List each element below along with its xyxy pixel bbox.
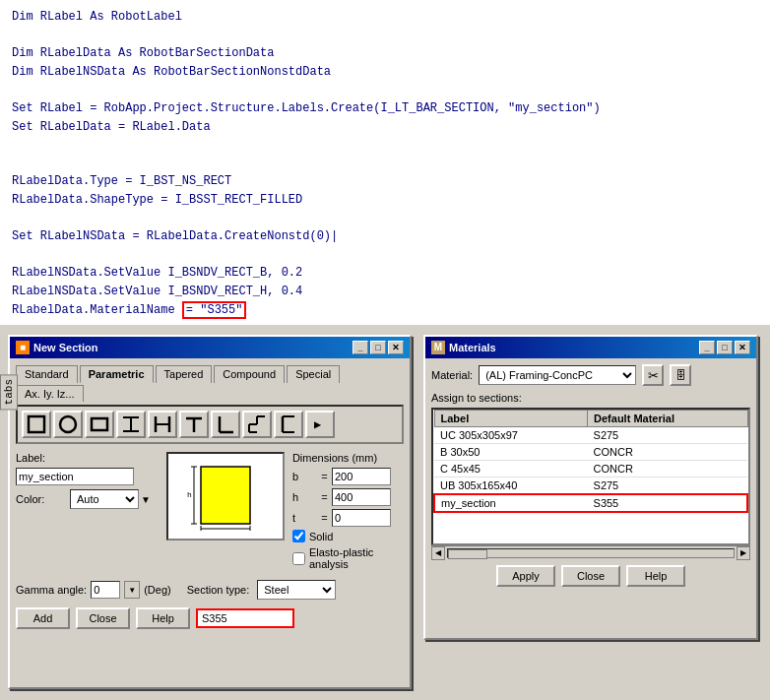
apply-button[interactable]: Apply (496, 565, 555, 587)
database-button[interactable]: 🗄 (670, 364, 691, 386)
materials-buttons: Apply Close Help (431, 565, 750, 587)
scroll-left-arrow[interactable]: ◀ (431, 546, 445, 560)
table-row[interactable]: C 45x45 CONCR (434, 461, 747, 477)
gamma-label: Gamma angle: (16, 584, 87, 596)
tab-special[interactable]: Special (287, 365, 340, 383)
new-section-window: ■ New Section _ □ ✕ Standard Parametric … (8, 335, 412, 689)
code-line-7: Set RLabelData = RLabel.Data (12, 118, 758, 137)
color-dropdown-arrow[interactable]: ▼ (141, 494, 151, 505)
section-label-input[interactable] (16, 468, 134, 485)
row-5-material: S355 (588, 494, 747, 512)
code-line-3: Dim RLabelData As RobotBarSectionData (12, 44, 758, 63)
materials-title: Materials (449, 342, 496, 353)
color-select[interactable]: Auto (70, 489, 139, 509)
mat-help-btn[interactable]: Help (626, 565, 685, 587)
tab-parametric[interactable]: Parametric (80, 365, 154, 383)
tab-standard[interactable]: Standard (16, 365, 78, 383)
material-selector-row: Material: (AL) Framing-ConcPC ✂ 🗄 (431, 364, 750, 386)
add-button[interactable]: Add (16, 607, 70, 629)
label-row: Label: (16, 452, 151, 464)
dim-t-input[interactable] (332, 509, 391, 527)
shape-square-hollow[interactable] (22, 411, 51, 438)
new-section-content: Standard Parametric Tapered Compound Spe… (10, 358, 410, 635)
mat-close-btn[interactable]: Close (561, 565, 620, 587)
tab-tapered[interactable]: Tapered (156, 365, 213, 383)
code-line-10: RLabelData.Type = I_BST_NS_RECT (12, 172, 758, 191)
shape-z-beam[interactable] (242, 411, 272, 438)
code-line-5 (12, 81, 758, 99)
scissors-button[interactable]: ✂ (642, 364, 664, 386)
scrollbar-thumb[interactable] (448, 549, 487, 559)
dims-title: Dimensions (mm) (292, 452, 404, 464)
dims-panel: Dimensions (mm) b = h = t = (292, 452, 404, 574)
shape-h-beam[interactable] (148, 411, 177, 438)
solid-row: Solid (292, 530, 404, 542)
scroll-right-arrow[interactable]: ▶ (737, 546, 750, 560)
dim-h-input[interactable] (332, 488, 391, 506)
dim-h-row: h = (292, 488, 404, 506)
materials-icon: M (431, 341, 445, 354)
dim-t-label: t (292, 512, 317, 524)
dim-b-input[interactable] (332, 468, 391, 485)
close-button[interactable]: ✕ (388, 341, 404, 354)
code-line-14 (12, 246, 758, 265)
side-tab[interactable]: tabs (0, 374, 18, 410)
code-line-13: Set RLabelNSData = RLabelData.CreateNons… (12, 227, 758, 246)
close-ns-button[interactable]: Close (76, 607, 130, 629)
scrollbar-track[interactable] (447, 548, 735, 558)
shape-circle-hollow[interactable] (53, 411, 83, 438)
col-label-header: Label (434, 411, 588, 427)
assign-label: Assign to sections: (431, 392, 750, 404)
tab-ax-iy-iz[interactable]: Ax. Iy. Iz... (16, 385, 84, 402)
svg-text:▶: ▶ (314, 418, 322, 432)
row-1-material: S275 (588, 427, 747, 444)
my-section-row[interactable]: my_section S355 (434, 494, 747, 512)
row-3-label: C 45x45 (434, 461, 588, 477)
maximize-button[interactable]: □ (370, 341, 386, 354)
code-line-2 (12, 27, 758, 45)
new-section-title: New Section (33, 342, 97, 353)
shape-i-beam[interactable] (116, 411, 146, 438)
color-row: Color: Auto ▼ (16, 489, 151, 509)
col-material-header: Default Material (588, 411, 747, 427)
mat-minimize-button[interactable]: _ (699, 341, 715, 354)
svg-text:h: h (187, 490, 192, 499)
shape-toolbar: ▶ (16, 405, 404, 444)
shape-l-beam[interactable] (211, 411, 240, 438)
minimize-button[interactable]: _ (353, 341, 368, 354)
row-2-material: CONCR (588, 444, 747, 461)
solid-checkbox[interactable] (292, 530, 305, 542)
shape-channel[interactable] (274, 411, 303, 438)
code-line-17: RLabelData.MaterialName = "S355" (12, 301, 758, 320)
table-row[interactable]: UB 305x165x40 S275 (434, 477, 747, 495)
shape-more-button[interactable]: ▶ (305, 411, 335, 438)
table-row[interactable]: UC 305x305x97 S275 (434, 427, 747, 444)
shape-rect-hollow[interactable] (85, 411, 114, 438)
gamma-input[interactable] (91, 581, 120, 599)
code-line-15: RLabelNSData.SetValue I_BSNDV_RECT_B, 0.… (12, 264, 758, 283)
svg-point-1 (60, 416, 76, 432)
mat-maximize-button[interactable]: □ (717, 341, 733, 354)
materials-table: Label Default Material UC 305x305x97 S27… (433, 410, 748, 513)
table-row[interactable]: B 30x50 CONCR (434, 444, 747, 461)
elasto-checkbox[interactable] (292, 552, 305, 565)
gamma-dropdown[interactable]: ▼ (124, 581, 140, 599)
material-select[interactable]: (AL) Framing-ConcPC (479, 365, 636, 385)
horizontal-scrollbar[interactable]: ◀ ▶ (431, 545, 750, 559)
row-1-label: UC 305x305x97 (434, 427, 588, 444)
dim-t-row: t = (292, 509, 404, 527)
section-type-select[interactable]: Steel (257, 580, 336, 600)
code-line-18 (12, 319, 758, 325)
materials-titlebar: M Materials _ □ ✕ (425, 337, 756, 358)
dim-h-label: h (292, 491, 317, 503)
shape-t-beam[interactable] (179, 411, 209, 438)
material-s355-input[interactable] (196, 608, 294, 628)
tab-compound[interactable]: Compound (214, 365, 285, 383)
mat-close-button[interactable]: ✕ (735, 341, 750, 354)
gamma-unit: (Deg) (144, 584, 171, 596)
help-ns-button[interactable]: Help (136, 607, 190, 629)
materials-table-container: Label Default Material UC 305x305x97 S27… (431, 408, 750, 545)
dim-b-row: b = (292, 468, 404, 485)
color-field-label: Color: (16, 493, 70, 505)
material-highlight: = "S355" (182, 301, 247, 319)
